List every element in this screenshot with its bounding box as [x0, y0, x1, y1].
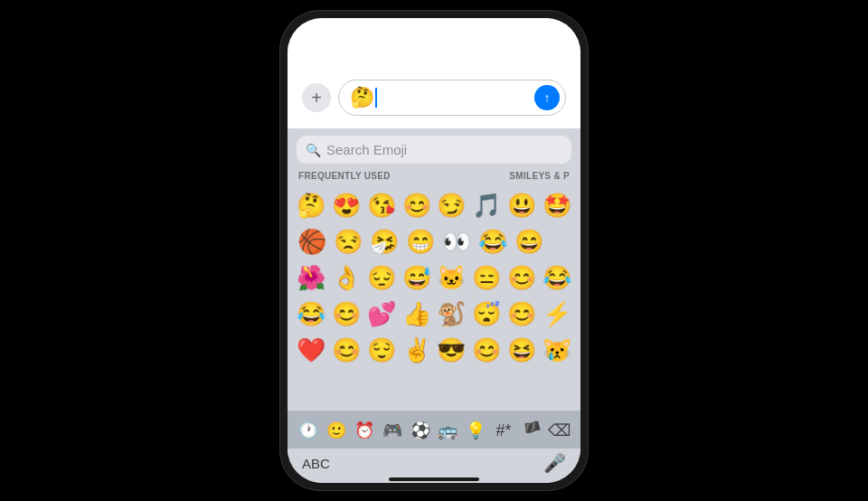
emoji-thumbs-up[interactable]: 👍: [400, 297, 433, 331]
toolbar-game-icon[interactable]: 🎮: [378, 416, 406, 445]
emoji-row-2: 🏀 😒 🤧 😁 👀 😂 😄: [295, 224, 573, 259]
emoji-relieved[interactable]: 😌: [365, 333, 399, 367]
emoji-ok-hand[interactable]: 👌: [330, 260, 363, 295]
emoji-eyes[interactable]: 👀: [439, 224, 474, 259]
abc-keyboard-button[interactable]: ABC: [302, 456, 330, 471]
emoji-thinking[interactable]: 🤔: [295, 188, 328, 222]
emoji-grin[interactable]: 😃: [505, 188, 539, 222]
search-placeholder-text: Search Emoji: [326, 142, 407, 157]
emoji-grid: 🤔 😍 😘 😊 😏 🎵 😃 🤩 🏀 😒 🤧 😁 👀 😂: [288, 184, 580, 411]
emoji-kiss[interactable]: 😘: [365, 188, 399, 222]
emoji-smile2[interactable]: 😄: [512, 224, 546, 259]
emoji-joy[interactable]: 😂: [476, 224, 510, 259]
emoji-sunglasses[interactable]: 😎: [435, 333, 468, 367]
toolbar-flags-icon[interactable]: 🏴: [517, 416, 545, 445]
emoji-smile3[interactable]: 😊: [505, 260, 539, 295]
toolbar-symbols-icon[interactable]: #*: [490, 416, 518, 445]
emoji-category-toolbar: 🕐 🙂 ⏰ 🎮 ⚽ 🚌 💡 #* 🏴 ⌫: [288, 411, 580, 449]
frequently-used-label: FREQUENTLY USED: [298, 171, 391, 181]
emoji-smile6[interactable]: 😊: [330, 333, 363, 367]
emoji-victory[interactable]: ✌️: [400, 333, 433, 367]
emoji-zap[interactable]: ⚡: [540, 297, 573, 331]
category-headers: FREQUENTLY USED SMILEYS & P: [288, 169, 580, 183]
phone-top-area: [288, 18, 580, 63]
text-cursor: [375, 88, 377, 108]
message-input-row: + 🤔 ↑: [302, 74, 566, 121]
toolbar-clock-icon[interactable]: ⏰: [351, 416, 379, 445]
emoji-expressionless[interactable]: 😑: [470, 260, 504, 295]
emoji-star-struck[interactable]: 🤩: [540, 188, 573, 222]
emoji-search-bar[interactable]: 🔍 Search Emoji: [297, 136, 571, 164]
message-text-field[interactable]: 🤔 ↑: [338, 80, 566, 116]
emoji-heart[interactable]: ❤️: [295, 333, 328, 367]
emoji-smile4[interactable]: 😊: [330, 297, 363, 331]
add-attachment-button[interactable]: +: [302, 83, 331, 112]
send-arrow-icon: ↑: [544, 90, 551, 105]
toolbar-sports-icon[interactable]: ⚽: [406, 416, 434, 445]
emoji-laughing[interactable]: 😂: [540, 260, 573, 295]
emoji-smile5[interactable]: 😊: [505, 297, 539, 331]
message-compose-area: + 🤔 ↑: [288, 63, 580, 128]
emoji-smile[interactable]: 😊: [400, 188, 433, 222]
toolbar-recent-icon[interactable]: 🕐: [295, 416, 323, 445]
typed-emoji: 🤔: [350, 88, 374, 108]
emoji-two-hearts[interactable]: 💕: [365, 297, 399, 331]
phone-frame: + 🤔 ↑ 🔍 Search Emoji FREQUENTLY USED: [280, 11, 588, 490]
emoji-crying-cat[interactable]: 😿: [540, 333, 573, 367]
emoji-notes[interactable]: 🎵: [470, 188, 504, 222]
emoji-row-4: 😂 😊 💕 👍 🐒 😴 😊 ⚡: [295, 297, 573, 331]
send-message-button[interactable]: ↑: [534, 85, 560, 110]
emoji-monkey[interactable]: 🐒: [435, 297, 468, 331]
phone-screen: + 🤔 ↑ 🔍 Search Emoji FREQUENTLY USED: [288, 18, 580, 483]
emoji-laughing2[interactable]: 😆: [505, 333, 539, 367]
toolbar-travel-icon[interactable]: 🚌: [434, 416, 462, 445]
toolbar-smiley-icon[interactable]: 🙂: [323, 416, 351, 445]
search-icon: 🔍: [306, 143, 321, 157]
emoji-sneezing[interactable]: 🤧: [367, 224, 401, 259]
emoji-sleeping[interactable]: 😴: [470, 297, 504, 331]
home-indicator: [389, 477, 479, 481]
toolbar-objects-icon[interactable]: 💡: [462, 416, 490, 445]
emoji-row-5: ❤️ 😊 😌 ✌️ 😎 😊 😆 😿: [295, 333, 573, 367]
emoji-smile7[interactable]: 😊: [470, 333, 504, 367]
emoji-row-3: 🌺 👌 😔 😅 🐱 😑 😊 😂: [295, 260, 573, 295]
microphone-icon[interactable]: 🎤: [543, 452, 566, 474]
emoji-beaming[interactable]: 😁: [403, 224, 438, 259]
emoji-smirk[interactable]: 😏: [435, 188, 468, 222]
emoji-sweat-smile[interactable]: 😅: [400, 260, 433, 295]
emoji-row-1: 🤔 😍 😘 😊 😏 🎵 😃 🤩: [295, 188, 573, 222]
emoji-unamused[interactable]: 😒: [331, 224, 365, 259]
emoji-joy2[interactable]: 😂: [295, 297, 328, 331]
emoji-heart-eyes[interactable]: 😍: [330, 188, 363, 222]
smileys-label: SMILEYS & P: [509, 171, 570, 181]
emoji-pensive[interactable]: 😔: [365, 260, 399, 295]
emoji-keyboard: 🔍 Search Emoji FREQUENTLY USED SMILEYS &…: [288, 128, 580, 449]
toolbar-delete-icon[interactable]: ⌫: [545, 416, 573, 445]
emoji-cat[interactable]: 🐱: [435, 260, 468, 295]
emoji-basketball[interactable]: 🏀: [295, 224, 329, 259]
emoji-hibiscus[interactable]: 🌺: [295, 260, 328, 295]
